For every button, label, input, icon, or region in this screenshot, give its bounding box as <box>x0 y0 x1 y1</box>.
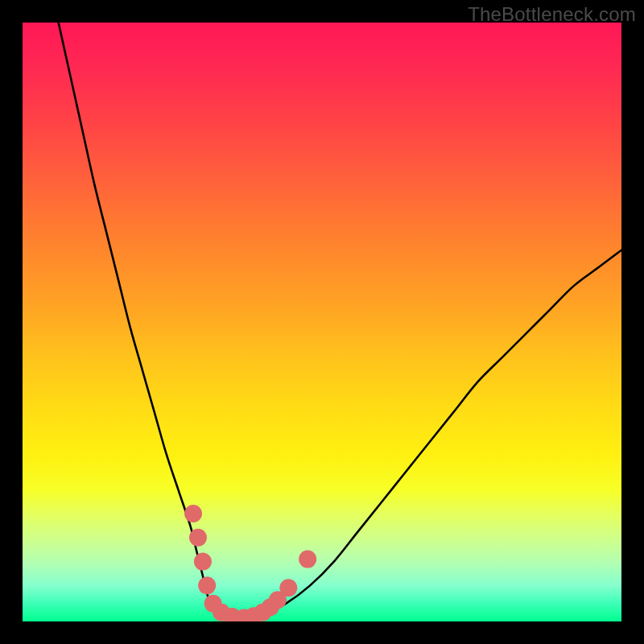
curve-marker <box>198 576 216 594</box>
curve-marker <box>279 579 297 597</box>
bottleneck-curve <box>59 23 621 619</box>
chart-svg <box>23 23 621 621</box>
curve-marker <box>299 551 316 568</box>
chart-frame: TheBottleneck.com <box>0 0 644 644</box>
marker-group <box>184 505 316 621</box>
plot-area <box>23 23 621 621</box>
attribution-text: TheBottleneck.com <box>468 3 636 26</box>
curve-marker <box>184 505 202 522</box>
curve-marker <box>194 553 212 571</box>
curve-marker <box>189 529 207 547</box>
